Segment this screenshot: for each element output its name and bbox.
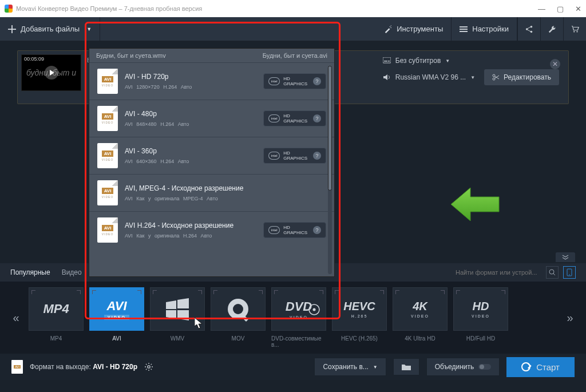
add-files-label: Добавить файлы — [21, 25, 80, 33]
preset-title: AVI H.264 - Исходное разрешение — [125, 221, 256, 229]
preset-item[interactable]: AVIVIDEO AVI - 480p AVI 848×480 H.264 Ав… — [89, 100, 334, 137]
preset-title: AVI - HD 720p — [125, 73, 256, 81]
preset-item[interactable]: AVIVIDEO AVI H.264 - Исходное разрешение… — [89, 211, 334, 248]
format-tile-hd/full hd[interactable]: HDVIDEOHD/Full HD — [453, 287, 508, 348]
svg-rect-5 — [383, 57, 391, 63]
format-tile-label: DVD-совместимые в... — [271, 335, 326, 348]
info-icon[interactable]: ? — [313, 152, 321, 160]
audio-track-label: Russian WMA V2 96 ... — [395, 73, 466, 81]
format-tile-box — [211, 287, 266, 331]
format-tile-label: HEVC (H.265) — [341, 335, 378, 342]
svg-point-3 — [573, 31, 575, 32]
speaker-icon — [383, 74, 391, 81]
preset-text: AVI H.264 - Исходное разрешение AVI Как … — [125, 221, 256, 239]
remove-file-button[interactable]: ✕ — [550, 59, 560, 69]
format-tile-dvd-совместимые в...[interactable]: DVDVIDEODVD-совместимые в... — [271, 287, 326, 348]
search-icon — [549, 269, 556, 276]
share-button[interactable] — [517, 17, 540, 41]
info-icon[interactable]: ? — [313, 226, 321, 234]
file-row-right: Без субтитров ▼ Russian WMA V2 96 ... ▼ … — [377, 54, 565, 88]
format-tile-mp4[interactable]: MP4MP4 — [29, 287, 84, 348]
format-tile-box: 4KVIDEO — [393, 287, 448, 331]
output-label: Формат на выходе: — [30, 363, 91, 371]
start-button[interactable]: Старт — [506, 357, 575, 377]
device-detect-button[interactable] — [563, 266, 576, 279]
preset-file-icon: AVIVIDEO — [97, 143, 118, 168]
format-tile-4k ultra hd[interactable]: 4KVIDEO4K Ultra HD — [393, 287, 448, 348]
tools-button[interactable]: Инструменты — [376, 17, 452, 41]
format-tile-hevc (h.265)[interactable]: HEVCH.265HEVC (H.265) — [332, 287, 387, 348]
preset-detail: AVI 640×360 H.264 Авто — [125, 159, 256, 164]
audio-track-select[interactable]: Russian WMA V2 96 ... ▼ — [383, 69, 475, 85]
preset-item[interactable]: AVIVIDEO AVI, MPEG-4 - Исходное разрешен… — [89, 174, 334, 211]
carousel-next[interactable]: » — [563, 311, 577, 324]
format-search-input[interactable] — [456, 269, 541, 276]
output-settings-button[interactable] — [144, 362, 153, 371]
preset-item[interactable]: AVIVIDEO AVI - HD 720p AVI 1280×720 H.26… — [89, 62, 334, 100]
close-icon[interactable]: ✕ — [575, 5, 581, 13]
wrench-button[interactable] — [540, 17, 563, 41]
settings-label: Настройки — [472, 25, 509, 33]
add-files-button[interactable]: Добавить файлы ▼ — [0, 17, 100, 41]
settings-button[interactable]: Настройки — [452, 17, 517, 41]
carousel-prev[interactable]: « — [9, 311, 23, 324]
preset-header-left: Будни, быт и суета.wmv — [96, 52, 166, 59]
preset-list: AVIVIDEO AVI - HD 720p AVI 1280×720 H.26… — [89, 62, 334, 276]
svg-rect-6 — [384, 61, 387, 62]
svg-rect-7 — [388, 61, 390, 62]
plus-icon — [8, 25, 16, 33]
tab-video[interactable]: Видео — [62, 268, 82, 276]
chevron-down-icon: ▼ — [445, 58, 450, 64]
edit-label: Редактировать — [504, 73, 551, 81]
double-chevron-down-icon — [562, 255, 569, 260]
svg-point-19 — [480, 365, 484, 369]
preset-detail: AVI 1280×720 H.264 Авто — [125, 84, 256, 90]
preset-detail: AVI Как у оригинала MPEG-4 Авто — [125, 196, 326, 201]
search-button[interactable] — [546, 266, 559, 279]
edit-button[interactable]: Редактировать — [484, 69, 559, 85]
hint-arrow-icon — [449, 184, 500, 224]
phone-icon — [566, 268, 573, 276]
preset-item[interactable]: AVIVIDEO AVI - 360p AVI 640×360 H.264 Ав… — [89, 137, 334, 174]
format-tile-label: MP4 — [50, 335, 62, 342]
collapse-panel-button[interactable] — [555, 252, 576, 262]
open-folder-button[interactable] — [393, 358, 419, 375]
subtitles-select[interactable]: Без субтитров ▼ — [383, 57, 450, 65]
quicktime-icon — [225, 296, 251, 322]
wrench-icon — [548, 25, 556, 33]
app-logo — [5, 5, 13, 13]
windows-icon — [165, 298, 190, 320]
minimize-icon[interactable]: — — [538, 5, 545, 13]
hamburger-icon — [460, 26, 468, 32]
window-title: Movavi Конвертер Видео Премиум – 7-дневн… — [16, 5, 202, 12]
info-icon[interactable]: ? — [313, 77, 321, 85]
preset-file-icon: AVIVIDEO — [97, 69, 118, 94]
output-format-file-icon: AVI — [11, 360, 23, 374]
chevron-down-icon: ▼ — [470, 75, 475, 80]
intel-hd-badge: intelHDGRAPHICS? — [263, 222, 326, 238]
preset-scrollbar[interactable] — [328, 66, 332, 274]
video-thumbnail[interactable]: 00:05:09 будни, быт и — [21, 54, 81, 91]
save-in-button[interactable]: Сохранить в... ▼ — [314, 358, 386, 376]
preset-title: AVI - 480p — [125, 110, 256, 118]
maximize-icon[interactable]: ▢ — [557, 5, 564, 13]
top-toolbar: Добавить файлы ▼ Инструменты Настройки — [0, 17, 586, 41]
preset-detail: AVI Как у оригинала H.264 Авто — [125, 233, 256, 239]
share-icon — [525, 25, 533, 33]
preset-file-icon: AVIVIDEO — [97, 217, 118, 243]
app-root: Добавить файлы ▼ Инструменты Настройки 0… — [0, 17, 586, 392]
merge-button[interactable]: Объединить — [426, 358, 500, 376]
format-tile-wmv[interactable]: WMV — [150, 287, 205, 348]
preset-text: AVI, MPEG-4 - Исходное разрешение AVI Ка… — [125, 184, 326, 201]
tab-popular[interactable]: Популярные — [10, 268, 50, 276]
format-tile-mov[interactable]: MOV — [211, 287, 266, 348]
timecode: 00:05:09 — [24, 56, 44, 62]
format-carousel: « MP4MP4AVIVIDEOAVIWMVMOVDVDVIDEODVD-сов… — [0, 282, 586, 354]
bottom-bar: AVI Формат на выходе: AVI - HD 720p Сохр… — [0, 354, 586, 380]
tools-label: Инструменты — [397, 25, 443, 33]
cart-button[interactable] — [563, 17, 586, 41]
format-tile-avi[interactable]: AVIVIDEOAVI — [89, 287, 144, 348]
info-icon[interactable]: ? — [313, 114, 321, 122]
subtitles-label: Без субтитров — [395, 57, 441, 65]
window-buttons: — ▢ ✕ — [538, 5, 581, 13]
